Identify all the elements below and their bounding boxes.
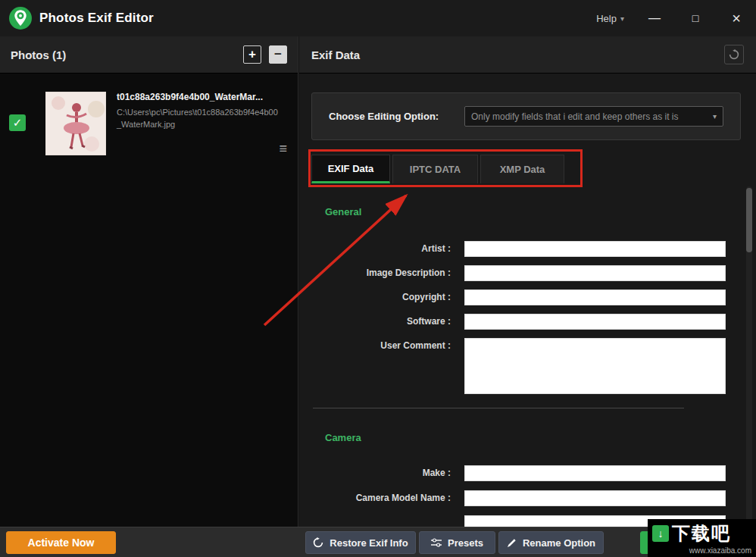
- editing-option-dropdown[interactable]: Only modify fields that i edit and keep …: [464, 106, 723, 127]
- user-comment-label: User Comment :: [299, 338, 451, 351]
- refresh-icon: [729, 49, 739, 60]
- app-logo-icon: [9, 7, 32, 30]
- artist-label: Artist :: [299, 241, 451, 254]
- rename-option-label: Rename Option: [523, 537, 595, 549]
- help-chevron-icon: ▾: [620, 14, 624, 23]
- ballerina-thumbnail-art: [46, 92, 106, 155]
- restore-exif-info-label: Restore Exif Info: [330, 537, 408, 549]
- bottom-bar: Activate Now Restore Exif Info Presets R…: [0, 527, 756, 557]
- exif-form-content: General Artist : Image Description : Cop…: [299, 183, 756, 527]
- tab-exif-data[interactable]: EXIF Data: [311, 155, 390, 183]
- app-title: Photos Exif Editor: [39, 11, 154, 26]
- software-input[interactable]: [464, 314, 726, 330]
- tab-iptc-data[interactable]: IPTC DATA: [392, 155, 478, 183]
- artist-input[interactable]: [464, 241, 726, 257]
- next-field-label-partial: [299, 515, 451, 518]
- help-menu[interactable]: Help ▾: [596, 13, 624, 24]
- camera-model-name-input[interactable]: [464, 490, 726, 506]
- watermark-brand: 下载吧: [672, 521, 731, 546]
- editing-option-box: Choose Editing Option: Only modify field…: [311, 92, 741, 140]
- tab-xmp-data[interactable]: XMP Data: [480, 155, 564, 183]
- restore-icon: [313, 537, 323, 548]
- refresh-button[interactable]: [724, 45, 744, 64]
- exif-panel-header: Exif Data: [299, 36, 756, 74]
- photo-checkbox[interactable]: ✓: [9, 114, 26, 131]
- section-divider: [313, 408, 684, 408]
- activate-now-button[interactable]: Activate Now: [6, 531, 116, 554]
- software-label: Software :: [299, 314, 451, 327]
- user-comment-textarea[interactable]: [464, 338, 726, 394]
- photo-filename: t01c88a263b9f4e4b00_WaterMar...: [117, 92, 280, 102]
- help-label: Help: [596, 13, 617, 24]
- presets-button[interactable]: Presets: [419, 531, 495, 554]
- title-bar: Photos Exif Editor Help ▾ — □ ×: [0, 0, 756, 36]
- image-description-input[interactable]: [464, 265, 726, 281]
- watermark-logo-icon: ↓: [652, 525, 669, 542]
- watermark-url: www.xiazaiba.com: [652, 546, 751, 555]
- exif-panel-title: Exif Data: [311, 49, 360, 61]
- watermark-overlay: ↓ 下载吧 www.xiazaiba.com: [648, 519, 756, 557]
- close-button[interactable]: ×: [726, 10, 747, 27]
- copyright-input[interactable]: [464, 289, 726, 305]
- photo-thumbnail: [45, 92, 106, 155]
- make-label: Make :: [299, 465, 451, 478]
- app-window: Photos Exif Editor Help ▾ — □ × Photos (…: [0, 0, 756, 557]
- photos-count-title: Photos (1): [11, 49, 66, 61]
- dropdown-chevron-icon: ▾: [713, 112, 717, 120]
- photos-panel: Photos (1) + − ✓: [0, 36, 298, 527]
- photo-item-menu-icon[interactable]: ≡: [279, 141, 287, 157]
- photo-filepath: C:\Users\pc\Pictures\t01c88a263b9f4e4b00…: [117, 107, 280, 131]
- maximize-button[interactable]: □: [685, 12, 706, 24]
- scrollbar-thumb[interactable]: [746, 188, 752, 252]
- rename-pencil-icon: [507, 538, 517, 548]
- restore-exif-info-button[interactable]: Restore Exif Info: [305, 531, 416, 554]
- presets-label: Presets: [448, 537, 483, 549]
- content-scrollbar[interactable]: [746, 186, 752, 524]
- section-title-camera: Camera: [325, 432, 361, 443]
- editing-option-label: Choose Editing Option:: [329, 111, 439, 122]
- rename-option-button[interactable]: Rename Option: [498, 531, 604, 554]
- activate-now-label: Activate Now: [28, 537, 95, 549]
- photos-panel-header: Photos (1) + −: [0, 36, 298, 74]
- data-tabs: EXIF Data IPTC DATA XMP Data: [311, 155, 564, 183]
- camera-model-name-label: Camera Model Name :: [299, 490, 451, 503]
- section-title-general: General: [325, 206, 361, 217]
- presets-icon: [431, 538, 442, 547]
- remove-photo-button[interactable]: −: [269, 45, 287, 64]
- editing-option-value: Only modify fields that i edit and keep …: [471, 111, 708, 122]
- photo-list-item[interactable]: ✓ t01c88a263b9f4e4b00_WaterMar... C: [0, 84, 298, 160]
- exif-data-panel: Exif Data Choose Editing Option: Only mo…: [299, 36, 756, 527]
- image-description-label: Image Description :: [299, 265, 451, 278]
- make-input[interactable]: [464, 465, 726, 481]
- add-photo-button[interactable]: +: [243, 45, 261, 64]
- minimize-button[interactable]: —: [644, 11, 665, 25]
- copyright-label: Copyright :: [299, 289, 451, 302]
